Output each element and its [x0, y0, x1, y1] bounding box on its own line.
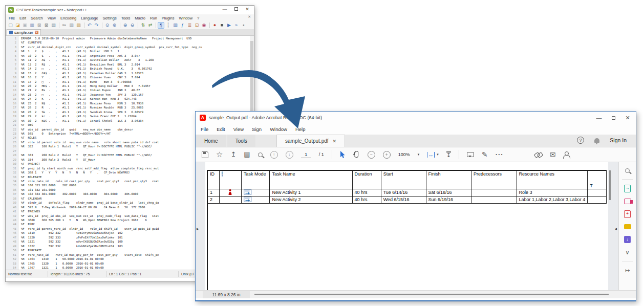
menu-plugins[interactable]: Plugins: [162, 16, 175, 20]
minimize-button[interactable]: —: [592, 113, 606, 123]
acrobat-title-bar[interactable]: A sample_Output.pdf - Adobe Acrobat Read…: [196, 112, 636, 123]
sign-in-button[interactable]: Sign In: [610, 137, 627, 143]
print-icon[interactable]: ▤: [50, 22, 57, 29]
play-macro-icon[interactable]: ▶: [226, 22, 232, 29]
zoom-out-icon[interactable]: −: [368, 151, 375, 159]
menu-help[interactable]: Help: [295, 126, 306, 132]
help-icon[interactable]: ?: [577, 137, 584, 144]
menu-window[interactable]: Window: [270, 126, 287, 132]
zoom-out-icon[interactable]: ⊖: [129, 22, 136, 29]
tab-sample-xer[interactable]: sample.xer ✕: [7, 29, 41, 35]
page-fit-icon[interactable]: ↔: [427, 152, 435, 158]
share-link-icon[interactable]: [534, 152, 542, 157]
zoom-in-icon[interactable]: +: [383, 151, 391, 159]
print-icon[interactable]: ▤: [244, 150, 250, 159]
save-icon[interactable]: [202, 151, 208, 158]
doc-map-icon[interactable]: ▥: [172, 22, 179, 29]
zoom-dropdown-caret-icon[interactable]: ▾: [418, 152, 420, 157]
close-button[interactable]: ✕: [620, 113, 635, 123]
open-tools-pane-icon[interactable]: ↦: [624, 266, 632, 274]
export-pdf-icon[interactable]: →: [624, 184, 632, 192]
folder-workspace-icon[interactable]: ⊡: [194, 22, 200, 29]
menu-file[interactable]: File: [9, 16, 15, 20]
hand-tool-icon[interactable]: [353, 151, 360, 159]
horizontal-scrollbar-thumb[interactable]: [254, 294, 609, 295]
email-icon[interactable]: ✉: [550, 150, 556, 159]
star-icon[interactable]: ☆: [216, 150, 223, 159]
doc-list-icon[interactable]: ≣: [186, 22, 193, 29]
edit-pdf-icon[interactable]: [624, 197, 632, 205]
minimize-button[interactable]: —: [219, 6, 230, 13]
sync-scroll-h-icon[interactable]: ⇄: [147, 22, 154, 29]
close-all-icon[interactable]: ⊠: [43, 22, 50, 29]
create-pdf-icon[interactable]: +: [624, 210, 632, 218]
menu-search[interactable]: Search: [31, 16, 43, 20]
menu-encoding[interactable]: Encoding: [60, 16, 76, 20]
previous-page-icon[interactable]: ↑: [270, 151, 278, 159]
save-all-icon[interactable]: ▦: [29, 22, 35, 29]
comment-icon[interactable]: [467, 152, 474, 157]
menu-file[interactable]: File: [201, 126, 208, 132]
stop-record-icon[interactable]: ■: [219, 22, 225, 29]
menu-help[interactable]: ?: [197, 16, 199, 20]
paste-icon[interactable]: ▧: [75, 22, 82, 29]
more-tools-icon[interactable]: ···: [496, 150, 504, 159]
menu-run[interactable]: Run: [150, 16, 157, 20]
save-icon[interactable]: ▣: [22, 22, 28, 29]
function-list-icon[interactable]: ƒ: [179, 22, 186, 29]
new-file-icon[interactable]: ▢: [7, 22, 14, 29]
person-add-icon[interactable]: [563, 151, 570, 158]
menu-window[interactable]: Window: [179, 16, 192, 20]
close-button[interactable]: ✕: [242, 6, 253, 13]
page-number-input[interactable]: [301, 151, 311, 158]
tab-tools[interactable]: Tools: [227, 135, 255, 147]
record-macro-icon[interactable]: ●: [211, 22, 218, 29]
menu-view[interactable]: View: [48, 16, 56, 20]
page-fit-caret-icon[interactable]: ▾: [437, 152, 439, 157]
next-page-icon[interactable]: ↓: [286, 151, 293, 159]
menu-edit[interactable]: Edit: [217, 126, 225, 132]
tab-home[interactable]: Home: [196, 135, 226, 147]
show-all-chars-icon[interactable]: ¶: [158, 22, 164, 29]
copy-icon[interactable]: ▥: [68, 22, 75, 29]
redo-icon[interactable]: ↷: [93, 22, 100, 29]
maximize-button[interactable]: [606, 113, 620, 123]
menu-sign[interactable]: Sign: [252, 126, 262, 132]
save-macro-icon[interactable]: ▪: [240, 22, 247, 29]
menu-macro[interactable]: Macro: [135, 16, 145, 20]
undo-icon[interactable]: ↶: [86, 22, 93, 29]
vertical-scrollbar-thumb[interactable]: [609, 170, 611, 200]
select-tool-icon[interactable]: [340, 151, 346, 159]
tools-pane-collapse-icon[interactable]: ◂: [614, 226, 617, 231]
notepad-title-bar[interactable]: N C:\Files\Tasks\sample.xer - Notepad++ …: [6, 6, 254, 14]
highlight-pen-icon[interactable]: ✎: [482, 150, 488, 159]
search-tool-icon[interactable]: [624, 166, 632, 174]
menu-settings[interactable]: Settings: [103, 16, 117, 20]
menu-view[interactable]: View: [233, 126, 244, 132]
sync-scroll-v-icon[interactable]: ⇅: [140, 22, 146, 29]
navigation-pane-toggle-icon[interactable]: ▸: [197, 226, 199, 231]
share-upload-icon[interactable]: ↥: [230, 150, 236, 159]
comment-tool-icon[interactable]: [624, 223, 632, 231]
combine-files-icon[interactable]: ↓: [624, 235, 632, 244]
tab-document[interactable]: sample_Output.pdf ✕: [276, 135, 345, 147]
editor-text[interactable]: ERMHDR 5.0 2016-06-10 Project admin Prim…: [21, 36, 202, 270]
indent-guide-icon[interactable]: ┆: [165, 22, 171, 29]
run-macro-multiple-icon[interactable]: »: [233, 22, 240, 29]
zoom-level-label[interactable]: 100%: [398, 152, 410, 157]
more-tools-chevron-icon[interactable]: ∨: [624, 248, 632, 256]
cut-icon[interactable]: ✂: [61, 22, 68, 29]
tab-close-icon[interactable]: ✕: [35, 31, 38, 34]
monitor-icon[interactable]: ◉: [201, 22, 207, 29]
measure-icon[interactable]: ↧: [446, 151, 451, 158]
tab-close-icon[interactable]: ✕: [333, 139, 337, 144]
find-icon[interactable]: [258, 152, 263, 157]
replace-icon[interactable]: ⊛: [111, 22, 118, 29]
find-icon[interactable]: ⊙: [104, 22, 111, 29]
zoom-in-icon[interactable]: ⊕: [122, 22, 128, 29]
notifications-bell-icon[interactable]: [594, 138, 599, 143]
document-close-icon[interactable]: ✕: [248, 15, 251, 19]
maximize-button[interactable]: [230, 6, 242, 13]
menu-edit[interactable]: Edit: [19, 16, 26, 20]
menu-language[interactable]: Language: [81, 16, 98, 20]
